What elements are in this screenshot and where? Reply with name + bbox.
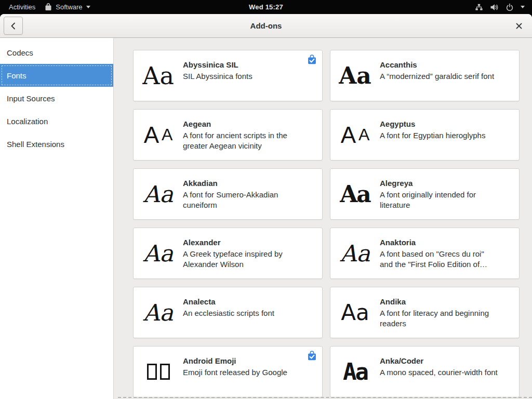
addon-tile[interactable]: AAAegeanA font for ancient scripts in th… (133, 109, 323, 161)
audio-volume-icon (490, 3, 499, 11)
addon-title: Alexander (183, 238, 301, 247)
page-title: Add-ons (0, 21, 532, 30)
top-bar: Activities Software Wed 15:27 (0, 0, 532, 14)
font-preview: Aa (134, 228, 183, 278)
power-icon (506, 3, 514, 11)
addon-title: Aegyptus (380, 119, 498, 129)
addon-title: Andika (380, 297, 498, 307)
addon-summary: A “modernized” garaldic serif font (380, 71, 498, 82)
font-preview: Aa (134, 169, 183, 219)
addon-tile[interactable]: AaAnaktoriaA font based on "Grecs du roi… (330, 228, 520, 279)
clock[interactable]: Wed 15:27 (0, 3, 532, 11)
system-status-area[interactable] (475, 3, 532, 11)
close-button[interactable] (513, 20, 525, 32)
sidebar-item-localization[interactable]: Localization (0, 110, 113, 132)
addon-summary: A mono spaced, courier-width font (380, 367, 498, 378)
addon-tile[interactable]: AaAnka/CoderA mono spaced, courier-width… (330, 346, 520, 397)
addons-grid: AaAbyssinica SILSIL Abyssinica fontsAaAc… (114, 38, 532, 397)
addon-summary: An ecclesiastic scripts font (183, 308, 301, 318)
software-window: Add-ons CodecsFontsInput SourcesLocaliza… (0, 14, 532, 399)
addon-tile[interactable]: Android EmojiEmoji font released by Goog… (133, 346, 323, 397)
chevron-down-icon (521, 6, 525, 8)
addon-title: Alegreya (380, 179, 498, 188)
addon-tile[interactable]: AaAndikaA font for literacy and beginnin… (330, 287, 520, 338)
scroll-undershoot-indicator (118, 397, 532, 398)
addon-tile[interactable]: AaAccanthisA “modernized” garaldic serif… (330, 50, 520, 101)
addon-title: Akkadian (183, 179, 301, 188)
font-preview: AA (134, 110, 183, 160)
font-preview: Aa (330, 347, 380, 397)
font-preview: Aa (134, 287, 183, 338)
installed-badge-icon (308, 351, 316, 361)
addon-title: Anaktoria (380, 238, 498, 247)
addon-summary: A font for literacy and beginning reader… (380, 308, 498, 329)
font-preview: Aa (330, 228, 380, 278)
addon-summary: A font originally intended for literatur… (380, 190, 498, 210)
back-button[interactable] (4, 17, 23, 35)
addon-tile[interactable]: AaAkkadianA font for Sumero-Akkadian cun… (133, 168, 323, 220)
addon-tile[interactable]: AaAbyssinica SILSIL Abyssinica fonts (133, 50, 323, 101)
addon-tile[interactable]: AaAnalectaAn ecclesiastic scripts font (133, 287, 323, 338)
addon-summary: A font for Egyptian hieroglyphs (380, 130, 498, 141)
addon-title: Accanthis (380, 60, 498, 70)
header-bar: Add-ons (0, 14, 532, 38)
addon-summary: A font based on "Grecs du roi" and the "… (380, 249, 498, 270)
addons-content: AaAbyssinica SILSIL Abyssinica fontsAaAc… (114, 38, 532, 399)
sidebar-item-input-sources[interactable]: Input Sources (0, 87, 113, 110)
addon-title: Analecta (183, 297, 301, 307)
font-preview: Aa (330, 169, 380, 219)
addon-title: Abyssinica SIL (183, 60, 301, 70)
close-icon (516, 23, 522, 29)
font-preview: Aa (330, 287, 380, 338)
sidebar-item-shell-extensions[interactable]: Shell Extensions (0, 132, 113, 155)
addon-title: Anka/Coder (380, 356, 498, 366)
addon-summary: Emoji font released by Google (183, 367, 301, 378)
sidebar-item-fonts[interactable]: Fonts (0, 64, 113, 87)
addon-title: Android Emoji (183, 356, 301, 366)
font-preview: Aa (330, 50, 380, 101)
installed-badge-icon (308, 55, 316, 64)
font-preview: Aa (134, 50, 183, 101)
tofu-glyph (147, 364, 157, 380)
addon-summary: SIL Abyssinica fonts (183, 71, 301, 82)
tofu-glyph (160, 364, 170, 380)
addon-summary: A font for ancient scripts in the greate… (183, 130, 301, 151)
font-preview (134, 347, 183, 397)
addon-tile[interactable]: AaAlexanderA Greek typeface inspired by … (133, 228, 323, 279)
network-wired-icon (475, 3, 483, 11)
addon-tile[interactable]: AAAegyptusA font for Egyptian hieroglyph… (330, 109, 520, 161)
addon-summary: A font for Sumero-Akkadian cuneiform (183, 190, 301, 210)
chevron-left-icon (8, 20, 19, 32)
addon-tile[interactable]: AaAlegreyaA font originally intended for… (330, 168, 520, 220)
sidebar-item-codecs[interactable]: Codecs (0, 41, 113, 64)
addon-summary: A Greek typeface inspired by Alexander W… (183, 249, 301, 270)
font-preview: AA (330, 110, 380, 160)
addon-title: Aegean (183, 119, 301, 129)
category-sidebar: CodecsFontsInput SourcesLocalizationShel… (0, 38, 114, 399)
